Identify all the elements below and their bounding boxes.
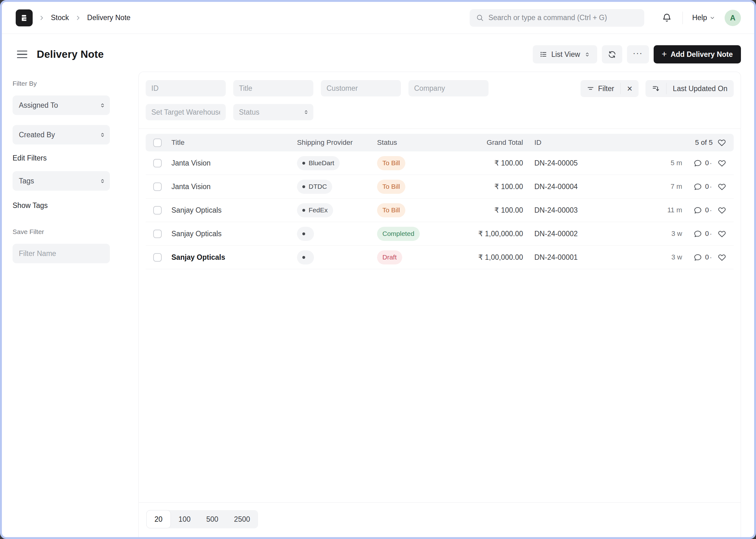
clear-filter-button[interactable]: ×: [621, 80, 639, 97]
like-button[interactable]: [718, 230, 726, 238]
row-checkbox[interactable]: [153, 206, 162, 214]
assigned-to-select[interactable]: Assigned To: [13, 96, 110, 115]
column-status[interactable]: Status: [377, 138, 448, 147]
sort-direction-button[interactable]: [646, 80, 666, 97]
grand-total: ₹ 1,00,000.00: [448, 230, 523, 238]
avatar[interactable]: A: [724, 10, 741, 26]
modified-time: 3 w: [656, 230, 682, 238]
filter-sidebar: Filter By Assigned To Created By Edit Fi…: [2, 72, 138, 537]
dot-icon: [302, 232, 305, 235]
grand-total: ₹ 100.00: [448, 206, 523, 214]
modified-time: 7 m: [656, 183, 682, 191]
comments: 0: [694, 183, 709, 191]
like-button[interactable]: [718, 206, 726, 214]
row-title[interactable]: Sanjay Opticals: [172, 206, 297, 214]
filter-bar: Status Filter ×: [139, 72, 741, 129]
comment-icon: [694, 159, 702, 167]
refresh-icon: [608, 50, 616, 59]
like-button[interactable]: [718, 159, 726, 167]
add-delivery-note-label: Add Delivery Note: [671, 50, 733, 59]
column-grand-total[interactable]: Grand Total: [448, 138, 523, 147]
search-icon: [476, 14, 484, 22]
navbar: Stock Delivery Note Search or type a com…: [2, 2, 754, 34]
sidebar-toggle-button[interactable]: [16, 49, 29, 59]
filter-button[interactable]: Filter: [581, 80, 620, 97]
page-size-100[interactable]: 100: [171, 510, 198, 528]
page-header: Delivery Note List View ··· +: [2, 34, 754, 72]
count-label: 5 of 5: [695, 138, 713, 147]
status-placeholder: Status: [239, 108, 259, 116]
plus-icon: +: [662, 50, 667, 59]
filter-name-input[interactable]: [13, 244, 110, 263]
shipping-provider-pill: [297, 250, 314, 265]
content: Filter By Assigned To Created By Edit Fi…: [2, 72, 754, 537]
tags-select[interactable]: Tags: [13, 171, 110, 191]
status-badge: To Bill: [377, 180, 405, 194]
page-size-500[interactable]: 500: [198, 510, 226, 528]
app-logo[interactable]: [16, 9, 33, 26]
created-by-select[interactable]: Created By: [13, 125, 110, 144]
row-id[interactable]: DN-24-00002: [534, 230, 619, 238]
navbar-actions: Search or type a command (Ctrl + G) Help…: [470, 9, 741, 27]
show-tags-link[interactable]: Show Tags: [13, 201, 48, 210]
row-checkbox[interactable]: [153, 159, 162, 167]
edit-filters-link[interactable]: Edit Filters: [13, 154, 47, 162]
row-title[interactable]: Sanjay Opticals: [172, 253, 297, 262]
add-delivery-note-button[interactable]: + Add Delivery Note: [653, 45, 741, 63]
help-menu[interactable]: Help: [692, 14, 715, 22]
filter-status-select[interactable]: Status: [233, 104, 313, 120]
list-row[interactable]: Sanjay Opticals Draft ₹ 1,00,000.00 DN-2…: [146, 246, 734, 269]
list-panel: Status Filter ×: [138, 72, 741, 537]
column-shipping-provider[interactable]: Shipping Provider: [297, 138, 377, 147]
comments: 0: [694, 206, 709, 214]
row-title[interactable]: Janta Vision: [172, 159, 297, 167]
page-size-2500[interactable]: 2500: [226, 510, 258, 528]
column-id[interactable]: ID: [534, 138, 619, 147]
like-button[interactable]: [718, 253, 726, 262]
filter-fields: Status: [146, 80, 504, 120]
notifications-button[interactable]: [662, 13, 672, 23]
row-title[interactable]: Janta Vision: [172, 183, 297, 191]
breadcrumb-delivery-note[interactable]: Delivery Note: [87, 14, 131, 22]
shipping-provider-pill: DTDC: [297, 180, 332, 194]
dot-separator: ·: [710, 229, 712, 238]
list-row[interactable]: Janta Vision DTDC To Bill ₹ 100.00 DN-24…: [146, 175, 734, 198]
column-title[interactable]: Title: [172, 138, 297, 147]
filter-company-input[interactable]: [408, 80, 489, 97]
row-checkbox[interactable]: [153, 253, 162, 262]
row-title[interactable]: Sanjay Opticals: [172, 230, 297, 238]
row-id[interactable]: DN-24-00001: [534, 253, 619, 262]
like-button[interactable]: [718, 183, 726, 191]
list-row[interactable]: Sanjay Opticals FedEx To Bill ₹ 100.00 D…: [146, 198, 734, 222]
shipping-provider-pill: [297, 227, 314, 241]
comments: 0: [694, 253, 709, 262]
list-row[interactable]: Janta Vision BlueDart To Bill ₹ 100.00 D…: [146, 151, 734, 175]
list-row[interactable]: Sanjay Opticals Completed ₹ 1,00,000.00 …: [146, 222, 734, 246]
filter-target-warehouse-input[interactable]: [146, 104, 226, 120]
row-checkbox[interactable]: [153, 230, 162, 238]
status-badge: To Bill: [377, 203, 405, 217]
page-size-20[interactable]: 20: [146, 510, 171, 528]
row-id[interactable]: DN-24-00004: [534, 183, 619, 191]
breadcrumb-stock[interactable]: Stock: [51, 14, 69, 22]
filter-customer-input[interactable]: [321, 80, 401, 97]
global-search-input[interactable]: Search or type a command (Ctrl + G): [470, 9, 644, 27]
dot-separator: ·: [710, 206, 712, 214]
grand-total: ₹ 100.00: [448, 159, 523, 167]
row-id[interactable]: DN-24-00005: [534, 159, 619, 167]
modified-time: 11 m: [656, 206, 682, 214]
select-all-checkbox[interactable]: [153, 138, 162, 147]
more-options-button[interactable]: ···: [627, 45, 649, 63]
row-id[interactable]: DN-24-00003: [534, 206, 619, 214]
row-checkbox[interactable]: [153, 183, 162, 191]
filter-title-input[interactable]: [233, 80, 313, 97]
filter-actions: Filter ×: [581, 80, 734, 97]
tags-label: Tags: [19, 177, 34, 185]
filter-id-input[interactable]: [146, 80, 226, 97]
sort-field-button[interactable]: Last Updated On: [666, 80, 734, 97]
view-switcher-button[interactable]: List View: [533, 45, 597, 63]
heart-icon[interactable]: [718, 138, 726, 147]
heart-icon: [718, 159, 726, 167]
refresh-button[interactable]: [602, 45, 622, 63]
list-view-icon: [540, 50, 547, 58]
